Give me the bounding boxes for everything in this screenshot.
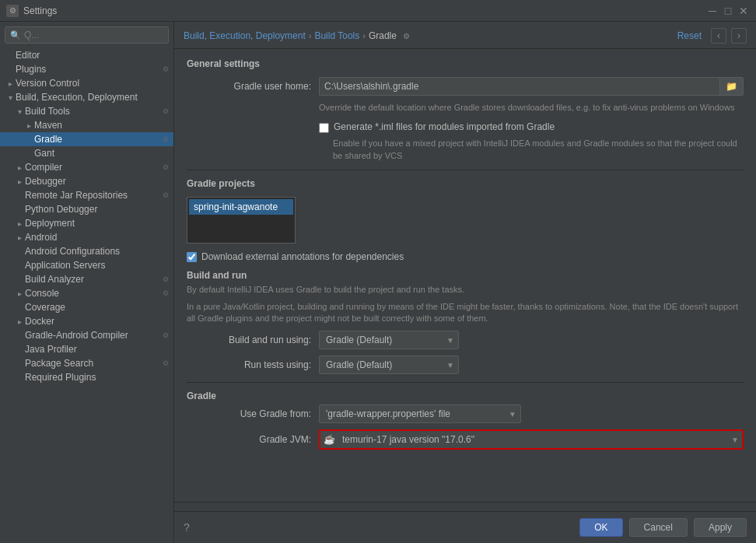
sidebar-item-label: Python Debugger [25, 204, 97, 215]
arrow-icon: ▸ [14, 177, 25, 186]
build-and-run-title: Build and run [187, 270, 744, 281]
content-area: Build, Execution, Deployment › Build Too… [174, 22, 756, 543]
sidebar-item-android-configurations[interactable]: Android Configurations [0, 244, 173, 258]
gradle-user-home-label: Gradle user home: [187, 81, 311, 92]
general-settings-section: General settings Gradle user home: 📁 Ove… [187, 58, 744, 162]
generate-iml-hint: Enable if you have a mixed project with … [333, 138, 744, 162]
arrow-icon: ▸ [14, 233, 25, 242]
run-tests-using-label: Run tests using: [187, 359, 311, 370]
sidebar-item-compiler[interactable]: ▸ Compiler ⚙ [0, 160, 173, 174]
sidebar-item-maven[interactable]: ▸ Maven [0, 118, 173, 132]
sidebar-item-coverage[interactable]: Coverage [0, 300, 173, 314]
gear-icon: ⚙ [163, 275, 169, 283]
run-tests-using-wrapper: Gradle (Default) IntelliJ IDEA ▼ [319, 356, 459, 374]
gear-icon: ⚙ [163, 289, 169, 297]
project-item[interactable]: spring-init-agwanote [189, 199, 293, 215]
sidebar-item-deployment[interactable]: ▸ Deployment [0, 216, 173, 230]
gear-icon: ⚙ [163, 191, 169, 199]
content-header: Build, Execution, Deployment › Build Too… [174, 22, 756, 49]
apply-button[interactable]: Apply [694, 518, 747, 537]
content-body: General settings Gradle user home: 📁 Ove… [174, 49, 756, 502]
gradle-user-home-input-wrapper: 📁 [319, 77, 744, 96]
download-annotations-label: Download external annotations for depend… [201, 251, 404, 262]
browse-button[interactable]: 📁 [719, 77, 744, 96]
sidebar-item-build-analyzer[interactable]: Build Analyzer ⚙ [0, 272, 173, 286]
generate-iml-checkbox[interactable] [319, 123, 329, 133]
gradle-user-home-input[interactable] [319, 77, 719, 96]
generate-iml-label: Generate *.iml files for modules importe… [334, 121, 555, 132]
bottom-bar: ? OK Cancel Apply [174, 511, 756, 543]
ok-button[interactable]: OK [579, 518, 622, 537]
sidebar-item-debugger[interactable]: ▸ Debugger [0, 174, 173, 188]
gradle-section-title: Gradle [187, 391, 744, 401]
cancel-button[interactable]: Cancel [629, 518, 688, 537]
sidebar-item-android[interactable]: ▸ Android [0, 230, 173, 244]
arrow-icon: ▸ [5, 79, 16, 88]
sidebar-item-label: Gant [34, 148, 54, 159]
sidebar-item-label: Application Servers [25, 260, 105, 271]
arrow-icon: ▾ [14, 107, 25, 116]
build-run-using-wrapper: Gradle (Default) IntelliJ IDEA ▼ [319, 331, 459, 349]
sidebar-item-package-search[interactable]: Package Search ⚙ [0, 356, 173, 370]
sidebar-item-build-tools[interactable]: ▾ Build Tools ⚙ [0, 104, 173, 118]
run-tests-using-select[interactable]: Gradle (Default) IntelliJ IDEA [319, 356, 459, 374]
sidebar-item-remote-jar[interactable]: Remote Jar Repositories ⚙ [0, 188, 173, 202]
sidebar-item-label: Android Configurations [25, 246, 120, 257]
build-and-run-warn: In a pure Java/Kotlin project, building … [187, 301, 744, 325]
sidebar-item-label: Maven [34, 120, 62, 131]
gear-icon: ⚙ [163, 65, 169, 73]
sidebar-item-label: Deployment [25, 218, 75, 229]
sidebar-item-gradle[interactable]: Gradle ⚙ [0, 132, 173, 146]
sidebar-item-gradle-android-compiler[interactable]: Gradle-Android Compiler ⚙ [0, 328, 173, 342]
sidebar-item-docker[interactable]: ▸ Docker [0, 314, 173, 328]
project-list-area: spring-init-agwanote [187, 197, 744, 243]
sidebar-item-label: Build Analyzer [25, 274, 84, 285]
sidebar-item-label: Gradle [34, 134, 62, 145]
sidebar-item-label: Build, Execution, Deployment [16, 92, 138, 103]
use-gradle-from-select[interactable]: 'gradle-wrapper.properties' file Specifi… [319, 405, 521, 423]
sidebar-item-gant[interactable]: Gant [0, 146, 173, 160]
minimize-button[interactable]: ─ [706, 5, 719, 17]
sidebar-item-version-control[interactable]: ▸ Version Control [0, 76, 173, 90]
arrow-icon: ▸ [14, 317, 25, 326]
sidebar-item-label: Android [25, 232, 57, 243]
download-annotations-row: Download external annotations for depend… [187, 251, 744, 262]
forward-button[interactable]: › [731, 28, 747, 44]
close-button[interactable]: ✕ [737, 5, 750, 17]
app-icon: ⚙ [6, 5, 19, 17]
download-annotations-checkbox[interactable] [187, 252, 197, 262]
help-icon[interactable]: ? [184, 521, 190, 534]
title-bar: ⚙ Settings ─ □ ✕ [0, 0, 756, 22]
gear-icon: ⚙ [163, 359, 169, 367]
sidebar-item-java-profiler[interactable]: Java Profiler [0, 342, 173, 356]
back-button[interactable]: ‹ [711, 28, 726, 44]
maximize-button[interactable]: □ [722, 5, 734, 17]
sidebar-item-label: Compiler [25, 162, 62, 173]
sidebar-item-required-plugins[interactable]: Required Plugins [0, 370, 173, 384]
run-tests-using-row: Run tests using: Gradle (Default) Intell… [187, 356, 744, 374]
sidebar-item-editor[interactable]: Editor [0, 48, 173, 62]
sidebar-item-label: Version Control [16, 78, 79, 89]
settings-icon: ⚙ [403, 32, 410, 40]
reset-button[interactable]: Reset [673, 29, 706, 43]
sidebar-item-label: Console [25, 288, 59, 299]
breadcrumb-build-tools[interactable]: Build Tools [314, 30, 359, 41]
gradle-section: Gradle Use Gradle from: 'gradle-wrapper.… [187, 391, 744, 450]
build-run-using-select[interactable]: Gradle (Default) IntelliJ IDEA [319, 331, 459, 349]
gradle-jvm-row: Gradle JVM: ☕ temurin-17 java version "1… [187, 429, 744, 450]
generate-iml-row: Generate *.iml files for modules importe… [319, 121, 744, 133]
sidebar-item-application-servers[interactable]: Application Servers [0, 258, 173, 272]
gradle-projects-section: Gradle projects spring-init-agwanote Dow… [187, 178, 744, 262]
sidebar-item-label: Coverage [25, 302, 65, 313]
breadcrumb-build[interactable]: Build, Execution, Deployment [184, 30, 306, 41]
gradle-jvm-select[interactable]: temurin-17 java version "17.0.6" Use JAV… [319, 429, 744, 450]
gradle-jvm-wrapper: ☕ temurin-17 java version "17.0.6" Use J… [319, 429, 744, 450]
sidebar-item-python-debugger[interactable]: Python Debugger [0, 202, 173, 216]
search-input[interactable] [24, 30, 163, 40]
sidebar-item-plugins[interactable]: Plugins ⚙ [0, 62, 173, 76]
arrow-icon: ▸ [23, 121, 34, 130]
sidebar-item-label: Package Search [25, 358, 93, 369]
sidebar-item-console[interactable]: ▸ Console ⚙ [0, 286, 173, 300]
build-and-run-note: By default IntelliJ IDEA uses Gradle to … [187, 284, 744, 296]
sidebar-item-build-execution-deployment[interactable]: ▾ Build, Execution, Deployment [0, 90, 173, 104]
